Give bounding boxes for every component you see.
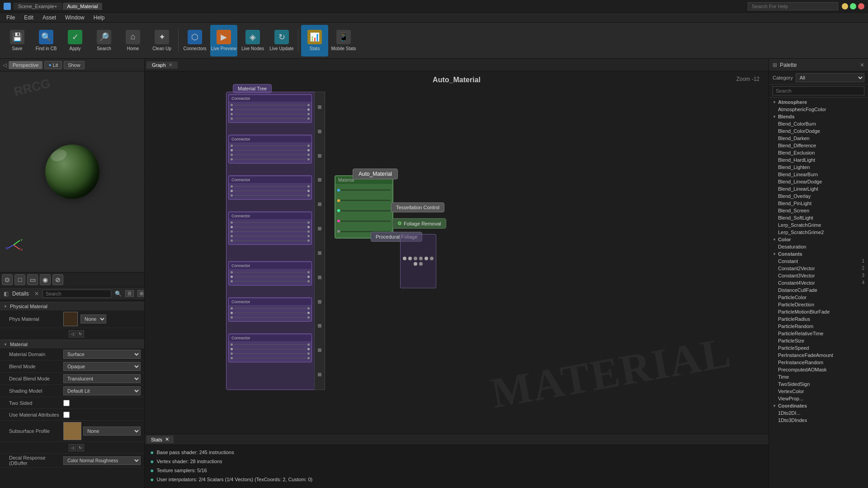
stats-tab[interactable]: Stats ✕ [146,436,174,443]
connector-block-5[interactable]: Connector [228,261,312,286]
palette-item-darken[interactable]: Blend_Darken [769,135,868,142]
palette-item-viewprop[interactable]: ViewProp... [769,395,868,402]
find-in-cb-button[interactable]: 🔍 Find in CB [33,25,60,56]
palette-item-1dto2d[interactable]: 1Dto2DI... [769,409,868,417]
home-button[interactable]: ⌂ Home [119,25,146,56]
connector-block-6[interactable]: Connector [228,297,312,322]
phys-material-select[interactable]: None [80,314,106,324]
menu-window[interactable]: Window [61,14,89,22]
tab-auto-material[interactable]: Auto_Material [63,3,103,10]
foliage-removal-node[interactable]: ⚙ Foliage Removal [392,218,446,229]
palette-category-select[interactable]: All [796,73,864,82]
palette-item-desat[interactable]: Desaturation [769,243,868,250]
palette-item-pinlight[interactable]: Blend_PinLight [769,200,868,207]
details-view-list[interactable]: ☰ [125,290,134,297]
viewport-control-teapot[interactable]: ⊘ [52,274,63,285]
palette-item-partcol[interactable]: ParticleColor [769,294,868,301]
stats-tab-close[interactable]: ✕ [165,436,169,442]
connector-block-1[interactable]: Connector [228,94,312,123]
blend-mode-select[interactable]: Opaque [63,362,141,371]
connector-block-3[interactable]: Connector [228,175,312,200]
palette-item-colodge[interactable]: Blend_ColorDodge [769,127,868,135]
show-button[interactable]: Show [64,61,85,69]
connector-block-2[interactable]: Connector [228,135,312,164]
palette-item-lindodge[interactable]: Blend_LinearDodge [769,178,868,185]
decal-blend-select[interactable]: Translucent [63,374,141,383]
details-close[interactable]: ✕ [34,291,39,297]
live-update-button[interactable]: ↻ Live Update [268,25,295,56]
tab-scene[interactable]: Scene_Example+ [14,3,62,10]
palette-item-lerpgrime2[interactable]: Lerp_ScratchGrime2 [769,229,868,236]
palette-item-precompao[interactable]: PrecomputedAOMask [769,366,868,373]
graph-canvas[interactable]: RRCG 八人素材 MATERIAL Auto_Material Zoom -1… [145,71,769,434]
physical-material-section[interactable]: Physical Material [0,302,144,310]
connector-block-4[interactable]: Connector [228,211,312,245]
search-button[interactable]: 🔎 Search [90,25,118,56]
palette-section-constants[interactable]: Constants [769,250,868,258]
menu-help[interactable]: Help [89,14,109,22]
viewport-canvas[interactable]: RRCG X Y Z [0,71,144,272]
palette-section-atmosphere[interactable]: Atmosphere [769,99,868,106]
viewport-control-sphere[interactable]: ⊙ [2,274,13,285]
search-help-input[interactable] [748,2,838,10]
tessellation-control-node[interactable]: Tessellation Control [391,202,444,212]
save-button[interactable]: 💾 Save [4,25,31,56]
palette-item-overlay[interactable]: Blend_Overlay [769,192,868,200]
live-nodes-button[interactable]: ◈ Live Nodes [239,25,266,56]
details-view-grid[interactable]: ⊞ [137,290,144,297]
palette-item-partreltime[interactable]: ParticleRelativeTime [769,330,868,337]
palette-item-perinstfade[interactable]: PerInstanceFadeAmount [769,352,868,359]
palette-item-1dto3d[interactable]: 1Dto3DIndex [769,417,868,424]
palette-item-linlight[interactable]: Blend_LinearLight [769,185,868,192]
clean-up-button[interactable]: ✦ Clean Up [148,25,175,56]
palette-item-perinstrand[interactable]: PerInstanceRandom [769,359,868,366]
palette-item-const4v[interactable]: Constant4Vector4 [769,279,868,286]
phys-refresh[interactable]: ↻ [77,330,84,338]
subsurface-refresh[interactable]: ↻ [77,444,84,451]
minimize-button[interactable] [842,3,848,9]
palette-item-partdir[interactable]: ParticleDirection [769,301,868,308]
palette-item-partrand[interactable]: ParticleRandom [769,323,868,330]
palette-item-excl[interactable]: Blend_Exclusion [769,149,868,156]
connector-block-7[interactable]: Connector [228,333,312,362]
lit-button[interactable]: ● Lit [44,61,62,69]
menu-file[interactable]: File [2,14,19,22]
live-preview-button[interactable]: ▶ Live Preview [210,25,237,56]
subsurface-arrow[interactable]: ◁ [69,444,76,451]
decal-response-select[interactable]: Color Normal Roughness [63,456,141,465]
use-mat-attrs-checkbox[interactable] [63,412,70,418]
palette-item-distcull[interactable]: DistanceCullFade [769,286,868,294]
details-search-input[interactable] [42,290,111,298]
palette-item-partspeed[interactable]: ParticleSpeed [769,344,868,352]
palette-item-partmblur[interactable]: ParticleMotionBlurFade [769,308,868,315]
phys-arrow-left[interactable]: ◁ [69,330,76,338]
viewport-control-cylinder[interactable]: ◉ [40,274,51,285]
palette-section-color[interactable]: Color [769,236,868,243]
palette-item-linburn[interactable]: Blend_LinearBurn [769,171,868,178]
palette-item-time[interactable]: Time [769,373,868,380]
stats-button[interactable]: 📊 Stats [301,25,328,56]
graph-tab-close[interactable]: ✕ [169,62,172,67]
palette-section-coordinates[interactable]: Coordinates [769,402,868,409]
menu-edit[interactable]: Edit [19,14,38,22]
palette-item-const2v[interactable]: Constant2Vector2 [769,265,868,272]
connectors-button[interactable]: ⬡ Connectors [181,25,208,56]
details-search-icon[interactable]: 🔍 [115,291,122,297]
palette-item-lighten[interactable]: Blend_Lighten [769,164,868,171]
palette-item-screen[interactable]: Blend_Screen [769,207,868,214]
material-section[interactable]: Material [0,340,144,348]
subsurface-select[interactable]: None [83,427,141,436]
two-sided-checkbox[interactable] [63,400,70,406]
shading-model-select[interactable]: Default Lit [63,386,141,395]
maximize-button[interactable] [850,3,856,9]
palette-item-hard[interactable]: Blend_HardLight [769,156,868,164]
menu-asset[interactable]: Asset [38,14,61,22]
palette-item-colburn[interactable]: Blend_ColorBurn [769,120,868,127]
palette-item-partrad[interactable]: ParticleRadius [769,315,868,323]
palette-search-input[interactable] [773,86,864,95]
palette-item-lerpgrime[interactable]: Lerp_ScratchGrime [769,221,868,229]
palette-item-diff[interactable]: Blend_Difference [769,142,868,149]
main-material-node[interactable]: Material [335,175,393,239]
apply-button[interactable]: ✓ Apply [61,25,89,56]
palette-item-soft[interactable]: Blend_SoftLight [769,214,868,221]
